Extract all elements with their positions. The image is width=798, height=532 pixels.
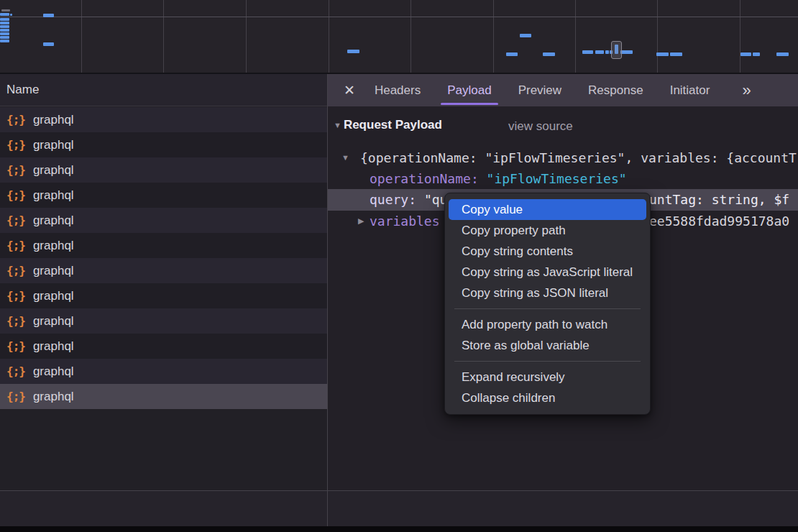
request-timing-bar (605, 50, 609, 54)
request-row[interactable]: {;}graphql (0, 334, 327, 359)
menu-item-copy-property-path[interactable]: Copy property path (445, 220, 650, 241)
tab-initiator[interactable]: Initiator (670, 74, 710, 106)
request-row[interactable]: {;}graphql (0, 308, 327, 334)
menu-item-expand-recursively[interactable]: Expand recursively (445, 367, 650, 387)
expand-triangle-icon[interactable]: ▼ (341, 147, 349, 168)
request-name-label: graphql (33, 188, 74, 203)
request-row[interactable]: {;}graphql (0, 183, 327, 208)
request-name-label: graphql (33, 138, 74, 152)
timeline-gridline (575, 0, 576, 73)
menu-separator (454, 308, 641, 309)
status-bar (0, 490, 798, 526)
column-header-name[interactable]: Name (0, 74, 327, 106)
request-timing-bar (670, 52, 682, 56)
request-timing-bar (0, 29, 9, 32)
json-braces-icon: {;} (6, 214, 25, 227)
tab-payload[interactable]: Payload (447, 74, 491, 106)
request-timing-bar (0, 18, 9, 21)
request-timing-bar (43, 14, 54, 17)
details-tabbar: ✕ HeadersPayloadPreviewResponseInitiator… (328, 74, 798, 106)
variables-preview-tail: ee5588fdad995178a0 (649, 211, 789, 231)
json-braces-icon: {;} (6, 264, 25, 278)
root-preview-text: {operationName: "ipFlowTimeseries", vari… (360, 147, 797, 168)
request-timing-bar (740, 52, 751, 56)
request-name-label: graphql (33, 113, 74, 127)
timeline-gridline (740, 0, 740, 73)
tab-response[interactable]: Response (588, 74, 643, 106)
json-braces-icon: {;} (6, 390, 25, 403)
request-row[interactable]: {;}graphql (0, 233, 327, 258)
context-menu: Copy valueCopy property pathCopy string … (444, 193, 651, 415)
property-key: query: (370, 192, 416, 207)
more-tabs-icon[interactable]: » (742, 81, 749, 100)
menu-item-collapse-children[interactable]: Collapse children (445, 387, 650, 408)
request-timing-bar (620, 50, 633, 54)
request-timing-bar (0, 13, 9, 16)
menu-item-copy-string-as-json-literal[interactable]: Copy string as JSON literal (445, 283, 650, 303)
request-row[interactable]: {;}graphql (0, 157, 327, 183)
request-name-label: graphql (33, 163, 74, 178)
tree-row-operation-name[interactable]: operationName: "ipFlowTimeseries" (328, 168, 798, 189)
collapse-triangle-icon: ▼ (334, 121, 341, 129)
json-braces-icon: {;} (6, 188, 25, 202)
menu-item-copy-value[interactable]: Copy value (449, 199, 646, 220)
json-braces-icon: {;} (6, 113, 25, 127)
request-name-label: graphql (33, 264, 74, 278)
panel-divider[interactable] (327, 74, 328, 526)
section-title: Request Payload (344, 118, 442, 132)
request-row[interactable]: {;}graphql (0, 258, 327, 283)
timeline-gridline (246, 0, 247, 73)
request-row[interactable]: {;}graphql (0, 132, 327, 157)
request-name-label: graphql (33, 214, 74, 228)
request-name-label: graphql (33, 364, 74, 379)
menu-separator (454, 361, 641, 362)
menu-item-copy-string-as-javascript-literal[interactable]: Copy string as JavaScript literal (445, 262, 650, 283)
timeline-gridline (411, 0, 411, 73)
request-timing-bar (776, 52, 789, 56)
request-name-label: graphql (33, 339, 74, 354)
json-braces-icon: {;} (6, 364, 25, 378)
request-timing-bar (753, 52, 760, 56)
request-list-body: {;}graphql{;}graphql{;}graphql{;}graphql… (0, 107, 327, 409)
request-timing-bar (520, 34, 531, 37)
timeline-gridline (163, 0, 164, 73)
request-row[interactable]: {;}graphql (0, 359, 327, 384)
request-row[interactable]: {;}graphql (0, 208, 327, 233)
request-timing-bar (0, 32, 9, 35)
tab-preview[interactable]: Preview (518, 74, 561, 106)
request-name-label: graphql (33, 314, 74, 329)
timeline-gridline (81, 0, 82, 73)
request-timing-bar (347, 50, 359, 53)
tab-headers[interactable]: Headers (375, 74, 421, 106)
property-value-tail: untTag: string, $f (649, 189, 789, 210)
network-overview-timeline[interactable] (0, 0, 798, 74)
request-timing-bar (0, 22, 9, 24)
json-braces-icon: {;} (6, 163, 25, 177)
json-braces-icon: {;} (6, 339, 25, 353)
menu-item-store-as-global-variable[interactable]: Store as global variable (445, 335, 650, 356)
request-timing-bar (595, 50, 604, 54)
request-row[interactable]: {;}graphql (0, 107, 327, 132)
request-timing-bar (0, 40, 9, 42)
request-timing-bar (582, 50, 593, 54)
request-name-label: graphql (33, 390, 74, 404)
request-row[interactable]: {;}graphql (0, 384, 327, 409)
tabs-container: HeadersPayloadPreviewResponseInitiator (375, 74, 736, 106)
tree-row-root[interactable]: ▼ {operationName: "ipFlowTimeseries", va… (328, 147, 798, 168)
expand-triangle-icon[interactable]: ▶ (358, 211, 364, 231)
timeline-gridline (493, 0, 494, 73)
view-source-link[interactable]: view source (508, 119, 573, 134)
request-timing-bar (1, 9, 10, 12)
close-icon[interactable]: ✕ (344, 82, 355, 98)
overview-selected-marker (611, 41, 622, 59)
overview-band-divider (0, 17, 798, 17)
request-payload-section-header[interactable]: ▼ Request Payload (334, 118, 442, 132)
request-timing-bar (656, 52, 669, 56)
menu-item-copy-string-contents[interactable]: Copy string contents (445, 241, 650, 262)
request-row[interactable]: {;}graphql (0, 283, 327, 308)
request-list-panel: Name {;}graphql{;}graphql{;}graphql{;}gr… (0, 74, 327, 490)
json-braces-icon: {;} (6, 239, 25, 252)
menu-item-add-property-path-to-watch[interactable]: Add property path to watch (445, 314, 650, 335)
request-timing-bar (0, 36, 9, 39)
request-timing-bar (10, 14, 12, 16)
